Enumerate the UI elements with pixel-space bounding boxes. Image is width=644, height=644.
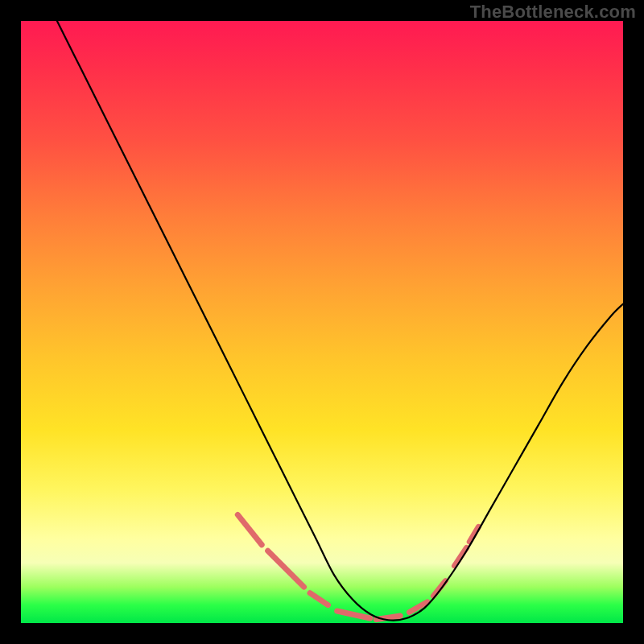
bottleneck-curve	[57, 21, 623, 621]
highlight-layer	[237, 514, 478, 619]
highlight-segment	[433, 581, 445, 597]
chart-frame: TheBottleneck.com	[0, 0, 644, 644]
chart-plot-area	[21, 21, 623, 623]
highlight-segment	[310, 593, 328, 605]
watermark-text: TheBottleneck.com	[470, 2, 636, 23]
highlight-segment	[455, 548, 467, 566]
chart-svg	[21, 21, 623, 623]
highlight-segment	[237, 514, 262, 544]
highlight-segment	[268, 551, 304, 587]
highlight-segment	[337, 611, 370, 618]
